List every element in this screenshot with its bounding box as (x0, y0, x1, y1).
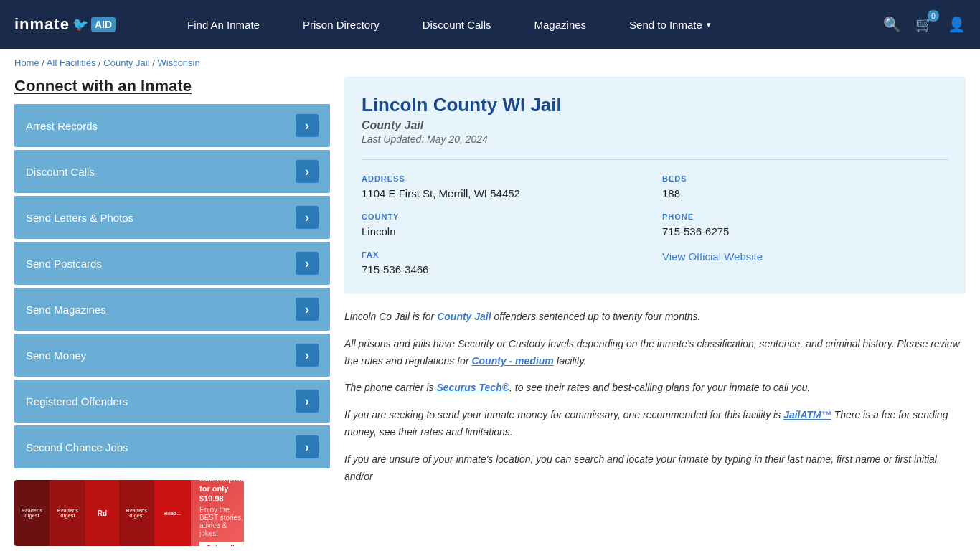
ad-book-1: Reader'sdigest (14, 480, 50, 546)
sidebar-btn-send-money[interactable]: Send Money › (14, 334, 330, 377)
sidebar-btn-label: Send Letters & Photos (26, 212, 133, 224)
sidebar-btn-label: Send Money (26, 349, 86, 362)
arrow-icon: › (296, 435, 319, 458)
county-label: COUNTY (362, 212, 648, 221)
facility-card: Lincoln County WI Jail County Jail Last … (344, 77, 966, 294)
desc-p2-suffix: facility. (554, 355, 587, 367)
desc-p1-suffix: offenders sentenced up to twenty four mo… (491, 311, 701, 322)
arrow-icon: › (296, 344, 319, 367)
sidebar-btn-registered-offenders[interactable]: Registered Offenders › (14, 380, 330, 423)
nav-send-to-inmate[interactable]: Send to Inmate (608, 0, 734, 49)
address-value: 1104 E First St, Merrill, WI 54452 (362, 186, 648, 201)
logo-text: inmate (14, 15, 70, 34)
sidebar-btn-second-chance-jobs[interactable]: Second Chance Jobs › (14, 425, 330, 468)
desc-paragraph-3: The phone carrier is Securus Tech®, to s… (344, 380, 966, 397)
jailatm-link[interactable]: JailATM™ (783, 409, 831, 420)
securus-tech-link[interactable]: Securus Tech® (436, 382, 509, 393)
desc-p2-text: All prisons and jails have Security or C… (344, 338, 960, 367)
arrow-icon: › (296, 206, 319, 229)
ad-title: 1 Year Subscription for only $19.98 (199, 480, 244, 504)
sidebar-btn-send-postcards[interactable]: Send Postcards › (14, 242, 330, 285)
county-value: Lincoln (362, 224, 648, 239)
address-label: ADDRESS (362, 174, 648, 183)
logo-bird-icon: 🐦 (72, 17, 88, 32)
sidebar-btn-label: Arrest Records (26, 120, 98, 132)
sidebar-btn-label: Send Postcards (26, 258, 102, 270)
arrow-icon: › (296, 160, 319, 183)
nav-magazines[interactable]: Magazines (513, 0, 608, 49)
facility-divider (362, 159, 948, 160)
ad-images: Reader'sdigest Reader'sdigest Rd Reader'… (14, 480, 191, 546)
sidebar-btn-label: Second Chance Jobs (26, 441, 128, 453)
ad-book-4: Reader'sdigest (119, 480, 155, 546)
sidebar-btn-send-magazines[interactable]: Send Magazines › (14, 288, 330, 331)
desc-p5-text: If you are unsure of your inmate's locat… (344, 453, 940, 482)
user-icon[interactable]: 👤 (948, 16, 966, 33)
breadcrumb-home[interactable]: Home (14, 57, 39, 68)
sidebar-btn-label: Registered Offenders (26, 395, 128, 408)
sidebar-btn-send-letters[interactable]: Send Letters & Photos › (14, 196, 330, 239)
beds-label: BEDS (662, 174, 948, 183)
main-content: Connect with an Inmate Arrest Records › … (0, 77, 980, 551)
breadcrumb: Home / All Facilities / County Jail / Wi… (0, 49, 980, 77)
search-icon[interactable]: 🔍 (883, 16, 901, 33)
main-nav: Find An Inmate Prison Directory Discount… (166, 0, 862, 49)
facility-info-grid: ADDRESS 1104 E First St, Merrill, WI 544… (362, 174, 948, 277)
breadcrumb-all-facilities[interactable]: All Facilities (47, 57, 96, 68)
sidebar-btn-arrest-records[interactable]: Arrest Records › (14, 104, 330, 147)
county-medium-link[interactable]: County - medium (471, 355, 553, 367)
desc-p3-prefix: The phone carrier is (344, 382, 436, 393)
desc-p4-prefix: If you are seeking to send your inmate m… (344, 409, 783, 420)
address-block: ADDRESS 1104 E First St, Merrill, WI 544… (362, 174, 648, 201)
arrow-icon: › (296, 114, 319, 137)
advertisement-banner[interactable]: Reader'sdigest Reader'sdigest Rd Reader'… (14, 480, 244, 546)
cart-badge: 0 (928, 10, 939, 22)
phone-label: PHONE (662, 212, 948, 221)
county-jail-link[interactable]: County Jail (437, 311, 491, 322)
website-block: View Official Website (662, 250, 948, 277)
phone-value: 715-536-6275 (662, 224, 948, 239)
sidebar-btn-discount-calls[interactable]: Discount Calls › (14, 150, 330, 193)
ad-content: 1 Year Subscription for only $19.98 Enjo… (191, 480, 244, 546)
ad-book-2: Reader'sdigest (50, 480, 86, 546)
sidebar-btn-label: Send Magazines (26, 303, 106, 316)
site-header: inmate 🐦 AID Find An Inmate Prison Direc… (0, 0, 980, 49)
desc-p1-prefix: Lincoln Co Jail is for (344, 311, 437, 322)
phone-block: PHONE 715-536-6275 (662, 212, 948, 239)
nav-prison-directory[interactable]: Prison Directory (281, 0, 401, 49)
desc-paragraph-2: All prisons and jails have Security or C… (344, 336, 966, 370)
sidebar-title: Connect with an Inmate (14, 77, 330, 95)
beds-value: 188 (662, 186, 948, 201)
facility-description: Lincoln Co Jail is for County Jail offen… (344, 309, 966, 485)
cart-icon[interactable]: 🛒 0 (915, 16, 933, 33)
logo[interactable]: inmate 🐦 AID (14, 15, 116, 34)
facility-website-link[interactable]: View Official Website (662, 250, 763, 263)
logo-atm: AID (91, 17, 116, 32)
nav-discount-calls[interactable]: Discount Calls (401, 0, 513, 49)
desc-paragraph-1: Lincoln Co Jail is for County Jail offen… (344, 309, 966, 326)
nav-find-inmate[interactable]: Find An Inmate (166, 0, 281, 49)
fax-label: FAX (362, 250, 648, 259)
breadcrumb-state[interactable]: Wisconsin (157, 57, 199, 68)
facility-name: Lincoln County WI Jail (362, 94, 948, 116)
sidebar-btn-label: Discount Calls (26, 166, 95, 178)
arrow-icon: › (296, 298, 319, 321)
desc-paragraph-4: If you are seeking to send your inmate m… (344, 407, 966, 441)
breadcrumb-county-jail[interactable]: County Jail (103, 57, 149, 68)
facility-last-updated: Last Updated: May 20, 2024 (362, 133, 948, 145)
beds-block: BEDS 188 (662, 174, 948, 201)
ad-subtitle: Enjoy the BEST stories, advice & jokes! (199, 506, 244, 537)
desc-p3-suffix: , to see their rates and best-calling pl… (509, 382, 810, 393)
arrow-icon: › (296, 390, 319, 413)
ad-subscribe-button[interactable]: Subscribe Now (199, 542, 244, 546)
ad-book-5: Read... (155, 480, 191, 546)
ad-book-3: Rd (86, 480, 119, 546)
facility-type: County Jail (362, 119, 948, 132)
fax-value: 715-536-3466 (362, 262, 648, 277)
county-block: COUNTY Lincoln (362, 212, 648, 239)
header-actions: 🔍 🛒 0 👤 (883, 16, 966, 33)
arrow-icon: › (296, 252, 319, 275)
facility-section: Lincoln County WI Jail County Jail Last … (344, 77, 966, 546)
desc-paragraph-5: If you are unsure of your inmate's locat… (344, 451, 966, 486)
sidebar: Connect with an Inmate Arrest Records › … (14, 77, 330, 546)
